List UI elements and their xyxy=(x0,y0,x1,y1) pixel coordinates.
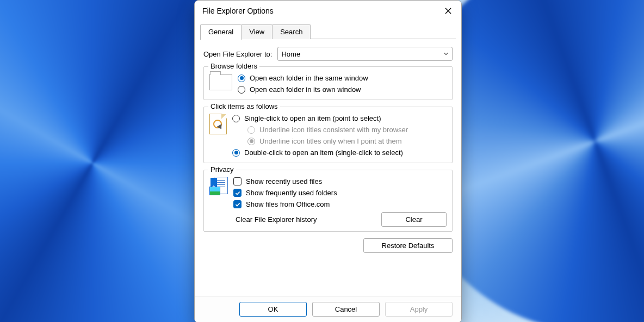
radio-same-window-label: Open each folder in the same window xyxy=(250,74,368,82)
tab-pane-general: Open File Explorer to: Home Browse folde… xyxy=(195,39,461,296)
restore-defaults-button[interactable]: Restore Defaults xyxy=(363,238,453,253)
close-icon xyxy=(445,8,451,14)
apply-button: Apply xyxy=(385,302,453,317)
clear-history-label: Clear File Explorer history xyxy=(236,215,317,224)
check-frequent-folders-label: Show frequently used folders xyxy=(246,189,337,197)
open-explorer-to-value: Home xyxy=(281,50,300,58)
check-recent-files[interactable]: Show recently used files xyxy=(233,176,447,187)
privacy-group: Privacy Show recently used files Show fr… xyxy=(203,170,453,232)
radio-same-window[interactable]: Open each folder in the same window xyxy=(238,72,447,84)
radio-underline-point-label: Underline icon titles only when I point … xyxy=(259,137,402,145)
radio-single-click[interactable]: Single-click to open an item (point to s… xyxy=(232,113,447,124)
check-office-files[interactable]: Show files from Office.com xyxy=(233,199,447,210)
checkbox-icon xyxy=(233,200,242,208)
clear-button[interactable]: Clear xyxy=(381,212,447,227)
privacy-icon xyxy=(209,177,228,195)
browse-folders-legend: Browse folders xyxy=(208,62,259,70)
radio-own-window[interactable]: Open each folder in its own window xyxy=(238,84,447,95)
ok-button[interactable]: OK xyxy=(239,302,307,317)
radio-single-click-label: Single-click to open an item (point to s… xyxy=(244,114,381,122)
tab-general[interactable]: General xyxy=(200,24,242,40)
dialog-footer: OK Cancel Apply xyxy=(195,296,461,322)
radio-icon xyxy=(232,149,240,157)
folder-window-icon xyxy=(209,74,232,90)
click-items-group: Click items as follows Single-click to o… xyxy=(203,107,453,163)
open-explorer-to-select[interactable]: Home xyxy=(277,47,453,61)
radio-underline-browser-label: Underline icon titles consistent with my… xyxy=(259,126,408,134)
open-explorer-to-row: Open File Explorer to: Home xyxy=(203,47,453,61)
radio-double-click[interactable]: Double-click to open an item (single-cli… xyxy=(232,147,447,158)
click-items-legend: Click items as follows xyxy=(208,102,280,110)
checkbox-icon xyxy=(233,189,242,197)
radio-own-window-label: Open each folder in its own window xyxy=(250,85,361,94)
browse-folders-group: Browse folders Open each folder in the s… xyxy=(203,66,453,100)
radio-icon xyxy=(238,86,245,94)
radio-icon xyxy=(247,126,255,134)
tab-search[interactable]: Search xyxy=(272,24,311,39)
close-button[interactable] xyxy=(439,2,457,20)
document-click-icon xyxy=(209,114,227,134)
radio-icon xyxy=(232,115,240,122)
radio-icon xyxy=(247,138,255,145)
check-office-files-label: Show files from Office.com xyxy=(246,200,330,208)
dialog-title: File Explorer Options xyxy=(202,7,439,15)
tab-view[interactable]: View xyxy=(241,24,273,39)
file-explorer-options-dialog: File Explorer Options General View Searc… xyxy=(194,0,462,322)
titlebar: File Explorer Options xyxy=(195,1,461,21)
radio-underline-point: Underline icon titles only when I point … xyxy=(232,135,447,147)
chevron-down-icon xyxy=(443,51,449,57)
tabs: General View Search xyxy=(200,24,456,39)
radio-double-click-label: Double-click to open an item (single-cli… xyxy=(244,148,403,157)
check-recent-files-label: Show recently used files xyxy=(246,177,322,185)
checkbox-icon xyxy=(233,177,242,185)
check-frequent-folders[interactable]: Show frequently used folders xyxy=(233,187,447,199)
radio-underline-browser: Underline icon titles consistent with my… xyxy=(232,124,447,135)
radio-icon xyxy=(238,75,245,82)
privacy-legend: Privacy xyxy=(208,165,236,174)
cancel-button[interactable]: Cancel xyxy=(312,302,380,317)
open-explorer-to-label: Open File Explorer to: xyxy=(203,50,272,58)
